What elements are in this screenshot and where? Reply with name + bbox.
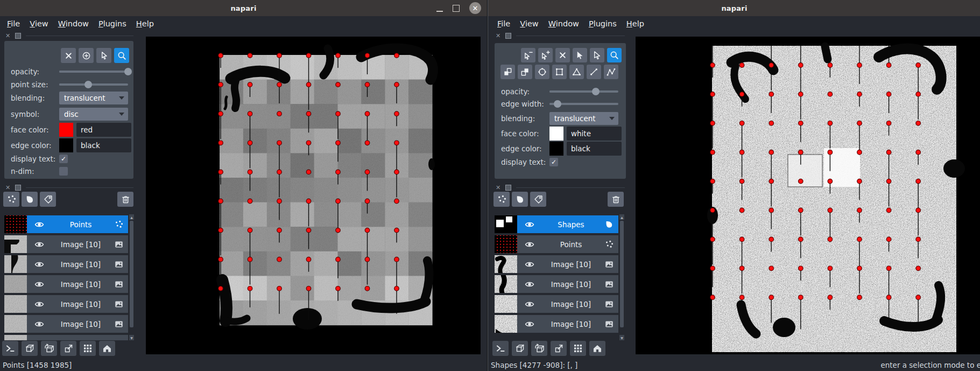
- layer-list-scrollbar[interactable]: ▲ ▼: [619, 214, 624, 340]
- scroll-up-icon[interactable]: ▲: [619, 214, 624, 220]
- add-line-button[interactable]: [587, 65, 601, 79]
- scrollbar-thumb[interactable]: [620, 221, 624, 327]
- visibility-eye-icon[interactable]: [27, 259, 52, 270]
- new-points-layer-button[interactable]: [493, 192, 510, 207]
- layer-row-image[interactable]: Image [10]: [4, 235, 128, 253]
- slider-handle[interactable]: [124, 68, 132, 75]
- slider-handle[interactable]: [84, 81, 92, 88]
- menu-file[interactable]: File: [2, 19, 25, 28]
- menu-view[interactable]: View: [25, 19, 53, 28]
- grid-view-button[interactable]: [570, 341, 586, 356]
- grid-view-button[interactable]: [80, 341, 96, 356]
- vertex-insert-button[interactable]: [538, 48, 553, 62]
- menu-plugins[interactable]: Plugins: [94, 19, 131, 28]
- dock-float-icon[interactable]: [15, 33, 21, 39]
- slider-handle[interactable]: [592, 88, 600, 95]
- visibility-eye-icon[interactable]: [27, 319, 52, 330]
- dock-float-icon[interactable]: [505, 33, 511, 39]
- dock-close-icon[interactable]: ✕: [5, 185, 10, 191]
- select-points-button[interactable]: [96, 48, 111, 63]
- dock-float-icon[interactable]: [15, 185, 21, 191]
- add-polygon-button[interactable]: [569, 65, 584, 79]
- add-ellipse-button[interactable]: [535, 65, 549, 79]
- menu-file[interactable]: File: [492, 19, 515, 28]
- close-button-icon[interactable]: ✕: [469, 2, 481, 14]
- edge-color-swatch[interactable]: [59, 138, 73, 152]
- transpose-dimensions-button[interactable]: [60, 341, 76, 356]
- viewer-canvas[interactable]: [146, 37, 481, 354]
- menu-plugins[interactable]: Plugins: [584, 19, 622, 28]
- blending-dropdown[interactable]: translucent: [549, 112, 618, 125]
- transpose-dimensions-button[interactable]: [551, 341, 567, 356]
- layer-list-scrollbar[interactable]: ▲ ▼: [129, 214, 134, 340]
- dock-close-icon[interactable]: ✕: [496, 185, 500, 191]
- layer-row-shapes[interactable]: Shapes: [495, 215, 618, 233]
- layer-row-points[interactable]: Points: [4, 215, 128, 233]
- visibility-eye-icon[interactable]: [517, 279, 542, 290]
- opacity-slider[interactable]: [549, 88, 618, 95]
- scroll-down-icon[interactable]: ▼: [129, 335, 134, 340]
- symbol-dropdown[interactable]: disc: [59, 108, 128, 121]
- scroll-down-icon[interactable]: ▼: [619, 335, 624, 340]
- menu-view[interactable]: View: [515, 19, 543, 28]
- menu-window[interactable]: Window: [53, 19, 94, 28]
- new-labels-layer-button[interactable]: [40, 192, 56, 207]
- slider-handle[interactable]: [554, 100, 561, 108]
- dock-close-icon[interactable]: ✕: [5, 33, 10, 39]
- visibility-eye-icon[interactable]: [517, 299, 542, 310]
- layer-row-image[interactable]: Image [10]: [4, 335, 128, 340]
- layer-row-image[interactable]: Image [10]: [4, 255, 128, 273]
- layer-row-image[interactable]: Image [10]: [495, 275, 618, 293]
- layer-row-image[interactable]: Image [10]: [495, 315, 618, 333]
- layer-row-image[interactable]: Image [10]: [4, 295, 128, 313]
- add-path-button[interactable]: [604, 65, 618, 79]
- scrollbar-thumb[interactable]: [130, 221, 133, 327]
- point-size-slider[interactable]: [59, 81, 128, 88]
- new-points-layer-button[interactable]: [3, 192, 19, 207]
- delete-shape-button[interactable]: [555, 48, 570, 62]
- edge-color-field[interactable]: black: [76, 138, 131, 152]
- ndisplay-toggle-button[interactable]: [512, 341, 528, 356]
- menu-window[interactable]: Window: [544, 19, 584, 28]
- console-button[interactable]: [2, 341, 18, 356]
- display-text-checkbox[interactable]: ✓: [549, 158, 558, 166]
- face-color-swatch[interactable]: [549, 127, 563, 141]
- ndisplay-toggle-button[interactable]: [22, 341, 38, 356]
- blending-dropdown[interactable]: translucent: [59, 92, 128, 104]
- vertex-remove-button[interactable]: [521, 48, 535, 62]
- visibility-eye-icon[interactable]: [517, 219, 542, 230]
- menu-help[interactable]: Help: [131, 19, 159, 28]
- add-rectangle-button[interactable]: [552, 65, 567, 79]
- ndim-checkbox[interactable]: [59, 167, 68, 176]
- direct-select-button[interactable]: [590, 48, 604, 62]
- opacity-slider[interactable]: [59, 68, 128, 75]
- pan-zoom-button[interactable]: [114, 48, 129, 63]
- delete-points-button[interactable]: [61, 48, 76, 63]
- pan-zoom-button[interactable]: [607, 48, 622, 62]
- minimize-button-icon[interactable]: [436, 5, 443, 12]
- visibility-eye-icon[interactable]: [517, 319, 542, 330]
- scroll-up-icon[interactable]: ▲: [129, 214, 134, 220]
- layer-row-image[interactable]: Image [10]: [495, 255, 618, 273]
- edge-color-swatch[interactable]: [549, 142, 563, 156]
- visibility-eye-icon[interactable]: [27, 239, 52, 250]
- face-color-swatch[interactable]: [59, 123, 73, 137]
- home-reset-view-button[interactable]: [99, 341, 115, 356]
- edge-width-slider[interactable]: [549, 100, 618, 108]
- visibility-eye-icon[interactable]: [27, 219, 52, 230]
- move-to-front-button[interactable]: [518, 65, 532, 79]
- roll-dimensions-button[interactable]: [531, 341, 547, 356]
- add-points-button[interactable]: [79, 48, 94, 63]
- dock-close-icon[interactable]: ✕: [496, 33, 500, 39]
- visibility-eye-icon[interactable]: [517, 239, 542, 250]
- layer-row-image[interactable]: Image [10]: [4, 315, 128, 333]
- menu-help[interactable]: Help: [622, 19, 649, 28]
- home-reset-view-button[interactable]: [589, 341, 605, 356]
- visibility-eye-icon[interactable]: [517, 259, 542, 270]
- new-shapes-layer-button[interactable]: [22, 192, 38, 207]
- maximize-button-icon[interactable]: [453, 5, 460, 12]
- select-shape-button[interactable]: [573, 48, 587, 62]
- roll-dimensions-button[interactable]: [41, 341, 57, 356]
- new-labels-layer-button[interactable]: [530, 192, 546, 207]
- title-bar[interactable]: napari: [488, 0, 980, 16]
